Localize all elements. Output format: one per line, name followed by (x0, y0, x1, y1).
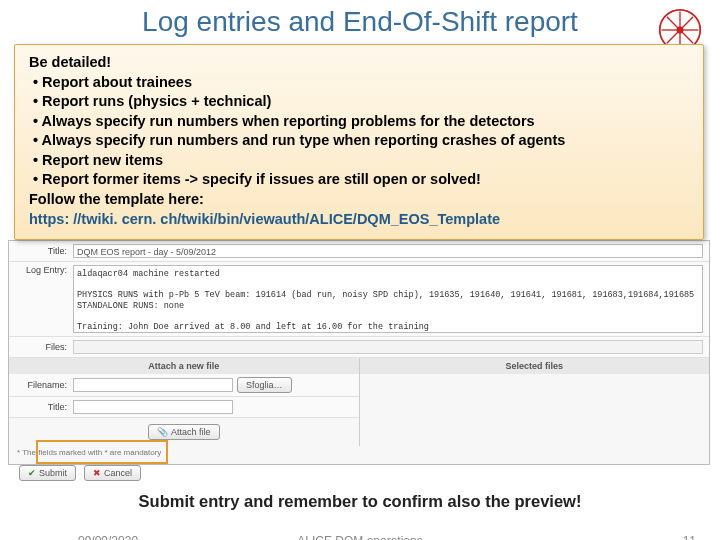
callout-lead: Be detailed! (29, 53, 689, 73)
files-area (73, 340, 703, 354)
browse-button[interactable]: Sfoglia… (237, 377, 292, 393)
attach-header: Attach a new file (9, 358, 360, 374)
mandatory-note: * The fields marked with * are mandatory (9, 446, 709, 459)
selected-files-pane (360, 374, 710, 446)
filetitle-label: Title: (15, 402, 73, 412)
svg-point-9 (676, 26, 683, 33)
callout-item: Report former items -> specify if issues… (33, 170, 689, 190)
attach-file-button[interactable]: 📎 Attach file (148, 424, 220, 440)
cross-icon: ✖ (93, 468, 101, 478)
callout-item: Report runs (physics + technical) (33, 92, 689, 112)
attach-file-label: Attach file (171, 427, 211, 437)
callout-item: Always specify run numbers when reportin… (33, 112, 689, 132)
submit-label: Submit (39, 468, 67, 478)
bottom-note: Submit entry and remember to confirm als… (0, 492, 720, 511)
paperclip-icon: 📎 (157, 427, 168, 437)
cancel-button[interactable]: ✖ Cancel (84, 465, 141, 481)
callout-list: Report about trainees Report runs (physi… (29, 73, 689, 190)
logentry-label: Log Entry: (15, 265, 73, 275)
callout-follow: Follow the template here: (29, 190, 689, 210)
callout-item: Report about trainees (33, 73, 689, 93)
title-input[interactable]: DQM EOS report - day - 5/09/2012 (73, 244, 703, 258)
submit-button[interactable]: ✔ Submit (19, 465, 76, 481)
file-section-headers: Attach a new file Selected files (9, 358, 709, 374)
callout-item: Report new items (33, 151, 689, 171)
logbook-form: Title: DQM EOS report - day - 5/09/2012 … (8, 240, 710, 465)
cancel-label: Cancel (104, 468, 132, 478)
selected-header: Selected files (360, 358, 710, 374)
filetitle-input[interactable] (73, 400, 233, 414)
files-label: Files: (15, 342, 73, 352)
slide-title: Log entries and End-Of-Shift report (0, 6, 720, 38)
check-icon: ✔ (28, 468, 36, 478)
filename-label: Filename: (15, 380, 73, 390)
logentry-textarea[interactable]: aldaqacr04 machine restarted PHYSICS RUN… (73, 265, 703, 333)
filename-input[interactable] (73, 378, 233, 392)
footer-center: ALICE DQM operations (0, 534, 720, 540)
footer-page: 11 (683, 534, 696, 540)
title-label: Title: (15, 246, 73, 256)
callout-item: Always specify run numbers and run type … (33, 131, 689, 151)
template-link[interactable]: https: //twiki. cern. ch/twiki/bin/viewa… (29, 211, 500, 227)
instructions-callout: Be detailed! Report about trainees Repor… (14, 44, 704, 240)
